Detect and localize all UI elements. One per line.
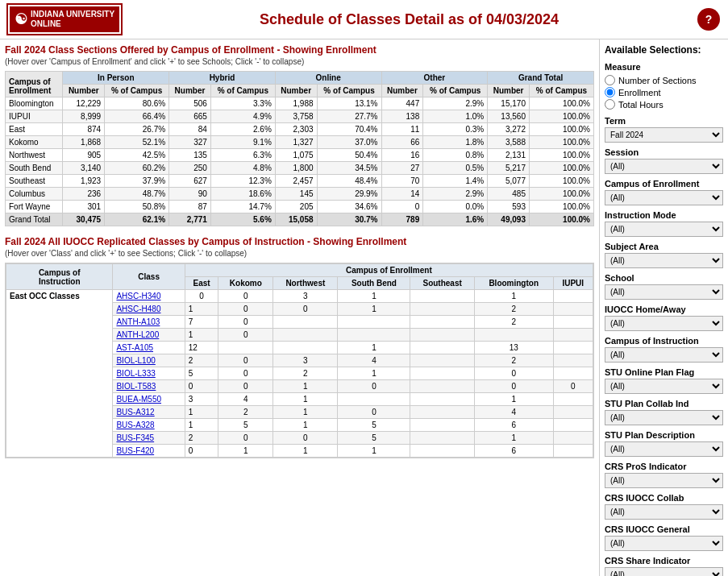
campus-cell: Fort Wayne: [6, 201, 63, 213]
iu-logo: ☯ INDIANA UNIVERSITY ONLINE: [8, 5, 121, 34]
instruction-mode-select[interactable]: (All): [605, 222, 723, 237]
measure-enrollment[interactable]: Enrollment: [605, 87, 723, 97]
session-select[interactable]: (All): [605, 159, 723, 174]
top-section: Fall 2024 Class Sections Offered by Camp…: [5, 44, 594, 226]
value-cell: [410, 432, 474, 445]
class-link[interactable]: AHSC-H480: [116, 305, 160, 313]
measure-hours-label: Total Hours: [618, 100, 664, 110]
on-pct-cell: 48.4%: [317, 175, 381, 188]
measure-number-sections[interactable]: Number of Sections: [605, 75, 723, 85]
crs-iuocc-general-select[interactable]: (All): [605, 536, 723, 551]
crs-pros-select[interactable]: (All): [605, 473, 723, 488]
second-table-wrapper[interactable]: Campus ofInstruction Class Campus of Enr…: [5, 263, 594, 458]
class-link[interactable]: BIOL-L333: [116, 369, 155, 378]
iuocc-homeaway-select[interactable]: (All): [605, 316, 723, 331]
hybrid-header: Hybrid: [169, 72, 276, 85]
class-link[interactable]: ANTH-L200: [116, 330, 159, 339]
value-cell: 4: [218, 393, 273, 406]
value-cell: 2: [185, 354, 218, 367]
value-cell: 0: [218, 290, 273, 303]
class-link[interactable]: BUS-F345: [116, 433, 154, 442]
class-cell[interactable]: BIOL-L100: [113, 354, 185, 367]
crs-share-select[interactable]: (All): [605, 567, 723, 576]
class-cell[interactable]: BUS-F420: [113, 445, 185, 458]
campus-enrollment-select[interactable]: (All): [605, 190, 723, 205]
gt-pct-cell: 100.0%: [529, 97, 593, 110]
hy-num-cell: 135: [169, 149, 211, 162]
value-cell: 0: [218, 354, 273, 367]
enrollment-col-header: East: [185, 277, 218, 290]
ip-num-cell: 301: [63, 201, 105, 213]
hy-pct-cell: 4.9%: [210, 110, 275, 123]
value-cell: 2: [218, 406, 273, 419]
value-cell: 0: [218, 329, 273, 342]
value-cell: 0: [474, 380, 553, 393]
hy-number-header: Number: [169, 85, 211, 97]
class-link[interactable]: BUS-A312: [116, 408, 154, 416]
value-cell: 1: [185, 303, 218, 316]
value-cell: [553, 316, 593, 329]
stu-desc-select[interactable]: (All): [605, 441, 723, 457]
on-pct-cell: 29.9%: [317, 188, 381, 201]
table-row: Northwest 905 42.5% 135 6.3% 1,075 50.4%…: [6, 149, 594, 162]
class-link[interactable]: BIOL-L100: [116, 356, 155, 365]
class-link[interactable]: BUS-A328: [116, 421, 154, 429]
measure-total-hours[interactable]: Total Hours: [605, 99, 723, 110]
gt-num-cell: 15,170: [488, 97, 530, 110]
class-cell[interactable]: ANTH-L200: [113, 329, 185, 342]
class-cell[interactable]: BIOL-T583: [113, 380, 185, 393]
value-cell: 0: [218, 432, 273, 445]
class-link[interactable]: AHSC-H340: [116, 292, 160, 300]
class-cell[interactable]: AST-A105: [113, 342, 185, 354]
stu-online-flag-select[interactable]: (All): [605, 379, 723, 394]
select-label: Term: [605, 116, 723, 126]
class-link[interactable]: AST-A105: [116, 343, 153, 352]
subject-area-select[interactable]: (All): [605, 253, 723, 268]
crs-iuocc-collab-select[interactable]: (All): [605, 504, 723, 520]
enrollment-table: Campus ofEnrollment In Person Hybrid Onl…: [5, 71, 594, 226]
class-col-header: Class: [113, 264, 185, 290]
class-cell[interactable]: BUS-A328: [113, 419, 185, 432]
class-link[interactable]: BUEA-M550: [116, 395, 161, 404]
ot-num-cell: 70: [381, 175, 423, 188]
value-cell: [410, 316, 474, 329]
value-cell: 4: [338, 354, 410, 367]
term-select[interactable]: Fall 2024: [605, 127, 723, 143]
class-cell[interactable]: AHSC-H340: [113, 290, 185, 303]
value-cell: 3: [273, 290, 338, 303]
class-cell[interactable]: BUS-F345: [113, 432, 185, 445]
on-pct-cell: 30.7%: [317, 213, 381, 226]
class-link[interactable]: ANTH-A103: [116, 317, 160, 326]
value-cell: [218, 342, 273, 354]
campus-instruction-select[interactable]: (All): [605, 347, 723, 363]
stu-collab-select[interactable]: (All): [605, 410, 723, 425]
on-pct-cell: 27.7%: [317, 110, 381, 123]
help-button[interactable]: ?: [697, 8, 720, 31]
hy-pct-cell: 5.6%: [210, 213, 275, 226]
class-cell[interactable]: ANTH-A103: [113, 316, 185, 329]
ip-pct-cell: 52.1%: [105, 136, 169, 149]
on-pct-cell: 50.4%: [317, 149, 381, 162]
ip-pct-header: % of Campus: [105, 85, 169, 97]
table-row: Fort Wayne 301 50.8% 87 14.7% 205 34.6% …: [6, 201, 594, 213]
class-cell[interactable]: BIOL-L333: [113, 367, 185, 380]
select-label: IUOCC Home/Away: [605, 305, 723, 314]
select-label: Session: [605, 147, 723, 157]
school-select[interactable]: (All): [605, 284, 723, 300]
on-pct-cell: 34.6%: [317, 201, 381, 213]
class-cell[interactable]: BUS-A312: [113, 406, 185, 419]
value-cell: [410, 445, 474, 458]
value-cell: 6: [474, 419, 553, 432]
table-row: East OCC ClassesAHSC-H34000311: [6, 290, 593, 303]
select-label: STU Plan Description: [605, 430, 723, 440]
main-layout: Fall 2024 Class Sections Offered by Camp…: [0, 39, 728, 576]
value-cell: [410, 380, 474, 393]
ip-pct-cell: 50.8%: [105, 201, 169, 213]
class-cell[interactable]: BUEA-M550: [113, 393, 185, 406]
select-label: CRS IUOCC Collab: [605, 493, 723, 503]
value-cell: 2: [474, 316, 553, 329]
class-cell[interactable]: AHSC-H480: [113, 303, 185, 316]
class-link[interactable]: BIOL-T583: [116, 382, 156, 391]
ot-pct-cell: 1.0%: [423, 110, 488, 123]
class-link[interactable]: BUS-F420: [116, 446, 154, 455]
